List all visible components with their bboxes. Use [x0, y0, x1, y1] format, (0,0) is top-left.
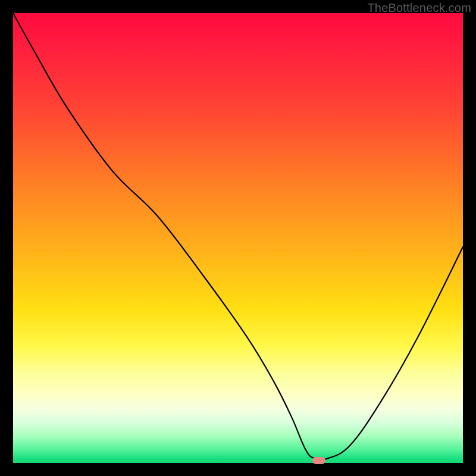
bottleneck-curve	[13, 13, 463, 463]
optimal-point-marker	[312, 457, 325, 464]
curve-path	[13, 13, 463, 460]
chart-frame	[13, 13, 463, 463]
